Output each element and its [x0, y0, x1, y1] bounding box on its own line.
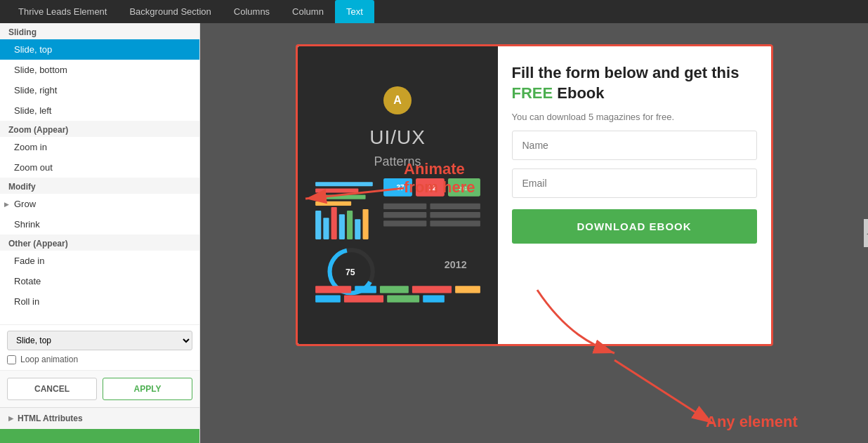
cancel-button[interactable]: CANCEL — [7, 378, 97, 400]
section-header-modify: Modify — [0, 178, 199, 194]
svg-rect-12 — [331, 207, 336, 239]
section-header-other: Other (Appear) — [0, 234, 199, 251]
svg-rect-19 — [383, 213, 426, 218]
svg-rect-33 — [343, 296, 383, 303]
sidebar-item-fade-in[interactable]: Fade in — [0, 251, 199, 271]
email-input[interactable] — [512, 168, 757, 198]
svg-rect-10 — [315, 211, 321, 239]
svg-rect-34 — [387, 296, 419, 303]
sidebar-item-zoom-out[interactable]: Zoom out — [0, 157, 199, 178]
form-title: Fill the form below and get this FREE Eb… — [512, 63, 757, 103]
collapse-handle[interactable]: ◀ — [864, 219, 868, 247]
svg-rect-20 — [430, 213, 480, 218]
sidebar-item-zoom-in[interactable]: Zoom in — [0, 137, 199, 157]
svg-rect-35 — [423, 296, 445, 303]
tab-text[interactable]: Text — [335, 0, 374, 23]
sidebar-item-roll-in[interactable]: Roll in — [0, 291, 199, 312]
sidebar-item-slide-right[interactable]: Slide, right — [0, 80, 199, 100]
svg-rect-2 — [315, 195, 365, 199]
svg-rect-16 — [362, 209, 368, 239]
loop-animation-checkbox[interactable] — [7, 355, 16, 364]
loop-animation-label: Loop animation — [20, 355, 78, 364]
download-button[interactable]: DOWNLOAD EBOOK — [512, 209, 757, 244]
svg-rect-15 — [355, 220, 360, 240]
svg-text:37: 37 — [396, 185, 405, 192]
svg-rect-14 — [347, 211, 353, 239]
svg-text:2012: 2012 — [444, 259, 466, 270]
card-logo: A — [383, 86, 412, 114]
name-input[interactable] — [512, 131, 757, 160]
loop-animation-row: Loop animation — [7, 355, 192, 364]
tab-columns[interactable]: Columns — [223, 0, 281, 23]
svg-rect-31 — [455, 286, 480, 293]
section-header-sliding: Sliding — [0, 23, 199, 39]
card-form-section: Fill the form below and get this FREE Eb… — [498, 46, 771, 344]
form-free-text: FREE — [512, 84, 553, 102]
html-attributes-section[interactable]: HTML Attributes — [0, 407, 199, 429]
card-title: UI/UX — [369, 126, 426, 150]
sidebar-item-shrink[interactable]: Shrink — [0, 214, 199, 234]
svg-rect-13 — [338, 215, 344, 240]
form-title-text1: Fill the form below and get this — [512, 64, 739, 81]
sidebar-item-slide-top[interactable]: Slide, top — [0, 39, 199, 60]
animation-list: Sliding Slide, top Slide, bottom Slide, … — [0, 23, 199, 324]
form-title-text3: Ebook — [553, 84, 604, 102]
sidebar-item-grow[interactable]: Grow — [0, 194, 199, 214]
svg-rect-30 — [412, 286, 451, 293]
form-subtitle: You can download 5 magazines for free. — [512, 112, 757, 122]
svg-rect-28 — [355, 286, 376, 293]
svg-rect-27 — [315, 286, 351, 293]
svg-rect-1 — [315, 189, 358, 193]
sidebar-item-rotate[interactable]: Rotate — [0, 271, 199, 291]
sidebar-green-bar — [0, 429, 199, 443]
animation-select[interactable]: Slide, top Slide, bottom Slide, right Sl… — [7, 331, 192, 350]
sidebar-item-slide-bottom[interactable]: Slide, bottom — [0, 60, 199, 80]
annotation-animate-text: Animate from here — [404, 160, 475, 197]
svg-rect-22 — [430, 221, 480, 227]
section-header-zoom: Zoom (Appear) — [0, 121, 199, 137]
apply-button[interactable]: APPLY — [103, 378, 192, 400]
svg-rect-21 — [383, 221, 426, 227]
svg-rect-11 — [323, 218, 329, 240]
sidebar-item-slide-left[interactable]: Slide, left — [0, 100, 199, 121]
svg-rect-32 — [315, 296, 341, 303]
sidebar-actions: CANCEL APPLY — [0, 370, 199, 407]
annotation-any-element-text: Any element — [706, 413, 798, 431]
sidebar-bottom-controls: Slide, top Slide, bottom Slide, right Sl… — [0, 324, 199, 370]
tab-column[interactable]: Column — [281, 0, 335, 23]
tab-thrive-leads[interactable]: Thrive Leads Element — [7, 0, 118, 23]
svg-rect-0 — [315, 183, 373, 187]
svg-rect-29 — [379, 286, 408, 293]
sidebar: Sliding Slide, top Slide, bottom Slide, … — [0, 23, 200, 443]
content-area: ◀ A UI/UX Patterns — [200, 23, 868, 443]
svg-text:75: 75 — [345, 267, 355, 277]
preview-card: A UI/UX Patterns 37 12 — [296, 44, 773, 346]
top-navigation: Thrive Leads Element Background Section … — [0, 0, 868, 23]
svg-rect-3 — [315, 201, 351, 206]
tab-background-section[interactable]: Background Section — [118, 0, 222, 23]
svg-rect-17 — [383, 204, 426, 209]
svg-rect-18 — [430, 204, 480, 209]
main-area: Sliding Slide, top Slide, bottom Slide, … — [0, 23, 868, 443]
